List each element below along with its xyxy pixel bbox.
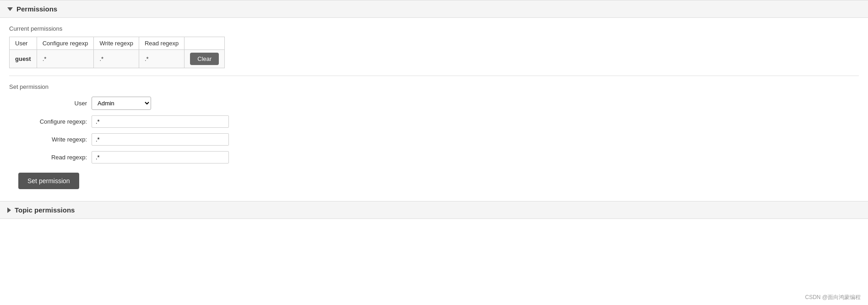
page-container: Permissions Current permissions User Con…	[0, 0, 868, 305]
permissions-table: User Configure regexp Write regexp Read …	[9, 37, 225, 68]
table-header-row: User Configure regexp Write regexp Read …	[10, 37, 225, 50]
watermark: CSDN @面向鸿蒙编程	[805, 294, 861, 301]
expand-icon	[7, 207, 11, 213]
col-header-write: Write regexp	[94, 37, 139, 50]
cell-user: guest	[10, 50, 37, 68]
cell-configure-regexp: .*	[37, 50, 94, 68]
permissions-section-content: Current permissions User Configure regex…	[0, 18, 868, 196]
current-permissions-label: Current permissions	[9, 25, 859, 32]
cell-read-regexp: .*	[139, 50, 184, 68]
configure-regexp-form-row: Configure regexp:	[18, 115, 859, 128]
set-permission-button[interactable]: Set permission	[18, 173, 79, 189]
read-regexp-form-row: Read regexp:	[18, 151, 859, 163]
divider	[9, 76, 859, 76]
configure-regexp-input[interactable]	[92, 115, 229, 128]
clear-button[interactable]: Clear	[190, 53, 219, 65]
permissions-section-header[interactable]: Permissions	[0, 0, 868, 18]
read-regexp-label: Read regexp:	[18, 154, 87, 161]
cell-write-regexp: .*	[94, 50, 139, 68]
user-select[interactable]: Admin guest administrator	[92, 97, 151, 110]
cell-action: Clear	[184, 50, 225, 68]
permissions-title: Permissions	[16, 5, 57, 13]
topic-permissions-title: Topic permissions	[15, 206, 75, 214]
col-header-configure: Configure regexp	[37, 37, 94, 50]
col-header-user: User	[10, 37, 37, 50]
write-regexp-label: Write regexp:	[18, 136, 87, 143]
user-label: User	[18, 100, 87, 107]
collapse-icon	[7, 7, 13, 11]
topic-permissions-section-header[interactable]: Topic permissions	[0, 201, 868, 219]
write-regexp-form-row: Write regexp:	[18, 133, 859, 146]
table-row: guest .* .* .* Clear	[10, 50, 225, 68]
col-header-action	[184, 37, 225, 50]
write-regexp-input[interactable]	[92, 133, 229, 146]
set-permission-label: Set permission	[9, 83, 859, 90]
col-header-read: Read regexp	[139, 37, 184, 50]
read-regexp-input[interactable]	[92, 151, 229, 163]
user-form-row: User Admin guest administrator	[18, 97, 859, 110]
configure-regexp-label: Configure regexp:	[18, 118, 87, 125]
